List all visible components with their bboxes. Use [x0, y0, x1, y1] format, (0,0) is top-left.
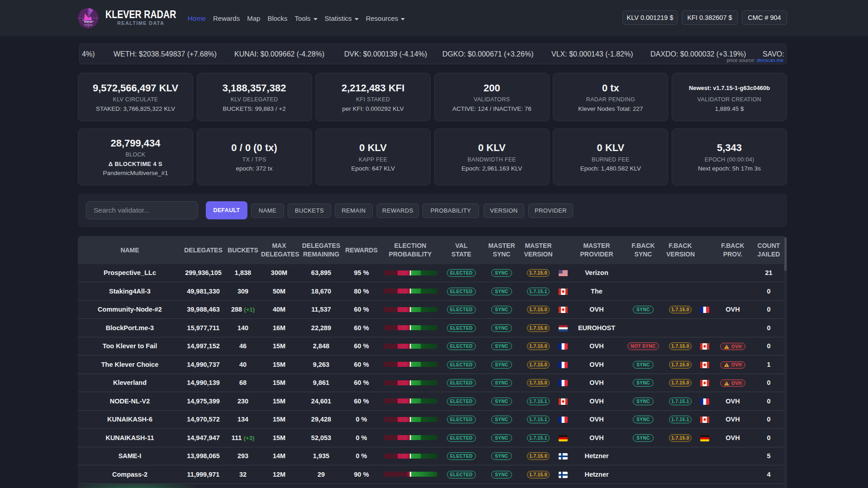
svg-text:Klever: Klever: [84, 20, 93, 23]
svg-text:RADAR: RADAR: [85, 24, 93, 26]
